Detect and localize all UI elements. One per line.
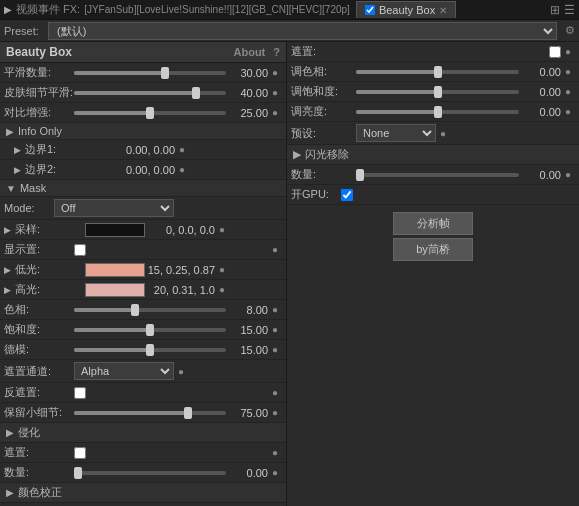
- invert-checkbox[interactable]: [74, 387, 86, 399]
- sample-row: ▶ 采样: 0, 0.0, 0.0 ●: [0, 220, 286, 240]
- color-correction-header[interactable]: ▶ 颜色校正: [0, 483, 286, 503]
- hue-value: 8.00: [226, 304, 268, 316]
- smooth-amount-icon[interactable]: ●: [268, 66, 282, 80]
- section-header: Beauty Box About ?: [0, 42, 286, 63]
- right-preset-icon[interactable]: ●: [436, 126, 450, 140]
- saturation-label: 饱和度:: [4, 322, 74, 337]
- erosion-display-icon[interactable]: ●: [268, 446, 282, 460]
- right-hue-icon[interactable]: ●: [561, 65, 575, 79]
- display-label: 显示置:: [4, 242, 74, 257]
- blur-icon[interactable]: ●: [268, 343, 282, 357]
- keep-label: 保留小细节:: [4, 405, 74, 420]
- hue-label: 色相:: [4, 302, 74, 317]
- keep-value: 75.00: [226, 407, 268, 419]
- title-label: 视频事件 FX:: [16, 2, 80, 17]
- right-hue-label: 调色相:: [291, 64, 356, 79]
- erosion-amount-icon[interactable]: ●: [268, 466, 282, 480]
- erosion-label: 侵化: [18, 425, 40, 440]
- channel-label: 遮置通道:: [4, 364, 74, 379]
- skin-smooth-icon[interactable]: ●: [268, 86, 282, 100]
- lowlight-icon[interactable]: ●: [215, 263, 229, 277]
- lowlight-arrow: ▶: [4, 265, 11, 275]
- sample-icon[interactable]: ●: [215, 223, 229, 237]
- keep-slider[interactable]: [74, 411, 226, 415]
- blur-slider[interactable]: [74, 348, 226, 352]
- preset-row: Preset: (默认) ⚙: [0, 20, 579, 42]
- gpu-checkbox[interactable]: [341, 189, 353, 201]
- flash-amount-icon[interactable]: ●: [561, 168, 575, 182]
- border1-icon[interactable]: ●: [175, 143, 189, 157]
- button-area: 分析帧 by茼桥: [287, 205, 579, 268]
- saturation-icon[interactable]: ●: [268, 323, 282, 337]
- flash-header[interactable]: ▶ 闪光移除: [287, 145, 579, 165]
- preset-select[interactable]: (默认): [48, 22, 557, 40]
- hue-slider[interactable]: [74, 308, 226, 312]
- erosion-amount-label: 数量:: [4, 465, 74, 480]
- right-mask-row: 遮置: ●: [287, 42, 579, 62]
- tab-checkbox[interactable]: [365, 5, 375, 15]
- tab-close-icon[interactable]: ✕: [439, 5, 447, 16]
- right-mask-icon[interactable]: ●: [561, 45, 575, 59]
- skin-smooth-row: 皮肤细节平滑: 40.00 ●: [0, 83, 286, 103]
- erosion-display-row: 遮置: ●: [0, 443, 286, 463]
- saturation-slider[interactable]: [74, 328, 226, 332]
- mode-select[interactable]: Off On: [54, 199, 174, 217]
- erosion-amount-value: 0.00: [226, 467, 268, 479]
- mask-header[interactable]: ▼ Mask: [0, 180, 286, 197]
- help-icon[interactable]: ?: [273, 46, 280, 58]
- about-link[interactable]: About: [234, 46, 266, 58]
- border2-row: ▶ 边界2: 0.00, 0.00 ●: [0, 160, 286, 180]
- flash-label: 闪光移除: [305, 147, 349, 162]
- contrast-slider[interactable]: [74, 111, 226, 115]
- right-sat-value: 0.00: [519, 86, 561, 98]
- highlight-swatch[interactable]: [85, 283, 145, 297]
- keep-icon[interactable]: ●: [268, 406, 282, 420]
- keep-row: 保留小细节: 75.00 ●: [0, 403, 286, 423]
- hue-row: 色相: 8.00 ●: [0, 300, 286, 320]
- lowlight-swatch[interactable]: [85, 263, 145, 277]
- lowlight-value: 15, 0.25, 0.87: [145, 264, 215, 276]
- right-brightness-slider[interactable]: [356, 110, 519, 114]
- beauty-box-tab[interactable]: Beauty Box ✕: [356, 1, 456, 18]
- sample-swatch[interactable]: [85, 223, 145, 237]
- display-row: 显示置: ●: [0, 240, 286, 260]
- by-button[interactable]: by茼桥: [393, 238, 473, 261]
- right-mask-label: 遮置:: [291, 44, 356, 59]
- right-preset-select[interactable]: None: [356, 124, 436, 142]
- display-icon[interactable]: ●: [268, 243, 282, 257]
- right-sat-label: 调饱和度:: [291, 84, 356, 99]
- right-mask-checkbox[interactable]: [549, 46, 561, 58]
- display-checkbox[interactable]: [74, 244, 86, 256]
- flash-amount-slider[interactable]: [356, 173, 519, 177]
- analyze-button[interactable]: 分析帧: [393, 212, 473, 235]
- erosion-amount-slider[interactable]: [74, 471, 226, 475]
- erosion-display-checkbox[interactable]: [74, 447, 86, 459]
- erosion-display-label: 遮置:: [4, 445, 74, 460]
- right-sat-icon[interactable]: ●: [561, 85, 575, 99]
- contrast-row: 对比增强: 25.00 ●: [0, 103, 286, 123]
- section-title: Beauty Box: [6, 45, 72, 59]
- border2-icon[interactable]: ●: [175, 163, 189, 177]
- channel-icon[interactable]: ●: [174, 364, 188, 378]
- preset-label: Preset:: [4, 25, 44, 37]
- right-hue-row: 调色相: 0.00 ●: [287, 62, 579, 82]
- info-only-header[interactable]: ▶ Info Only: [0, 123, 286, 140]
- channel-select[interactable]: Alpha Red Green Blue: [74, 362, 174, 380]
- contrast-icon[interactable]: ●: [268, 106, 282, 120]
- preset-icon[interactable]: ⚙: [565, 24, 575, 37]
- hue-icon[interactable]: ●: [268, 303, 282, 317]
- border2-arrow: ▶: [14, 165, 21, 175]
- highlight-icon[interactable]: ●: [215, 283, 229, 297]
- invert-icon[interactable]: ●: [268, 386, 282, 400]
- lowlight-label: 低光:: [15, 262, 85, 277]
- right-brightness-icon[interactable]: ●: [561, 105, 575, 119]
- blur-label: 德模:: [4, 342, 74, 357]
- skin-smooth-slider[interactable]: [74, 91, 226, 95]
- smooth-amount-slider[interactable]: [74, 71, 226, 75]
- right-sat-slider[interactable]: [356, 90, 519, 94]
- erosion-header[interactable]: ▶ 侵化: [0, 423, 286, 443]
- mode-row: Mode: Off On: [0, 197, 286, 220]
- layout-icon[interactable]: ☰: [564, 3, 575, 17]
- right-hue-slider[interactable]: [356, 70, 519, 74]
- grid-icon[interactable]: ⊞: [550, 3, 560, 17]
